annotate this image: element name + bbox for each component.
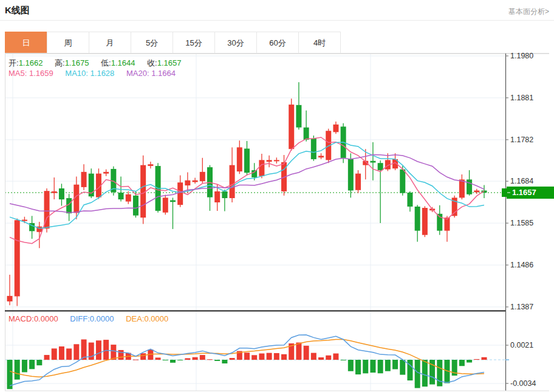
candle[interactable] [289,105,294,149]
candle[interactable] [304,128,309,140]
candle[interactable] [459,179,465,198]
candle[interactable] [185,181,190,185]
candle[interactable] [251,170,257,177]
macd-bar[interactable] [156,357,161,360]
candle[interactable] [170,200,176,202]
macd-bar[interactable] [259,354,264,360]
macd-bar[interactable] [74,344,79,360]
macd-bar[interactable] [44,355,50,360]
candle[interactable] [163,198,168,212]
macd-bar[interactable] [415,360,420,388]
candle[interactable] [467,179,472,194]
candle[interactable] [81,172,87,187]
macd-bar[interactable] [170,360,176,363]
macd-bar[interactable] [193,357,198,360]
candle[interactable] [200,172,205,181]
macd-bar[interactable] [482,357,487,360]
macd-bar[interactable] [111,345,116,360]
macd-bar[interactable] [230,358,235,360]
candle[interactable] [259,160,264,176]
macd-bar[interactable] [207,359,213,360]
candle[interactable] [230,165,235,198]
candle[interactable] [148,164,153,166]
candle[interactable] [52,191,57,193]
candle[interactable] [237,147,242,171]
candle[interactable] [133,196,138,216]
macd-bar[interactable] [133,360,138,360]
candle[interactable] [59,188,64,199]
macd-bar[interactable] [163,360,168,360]
macd-bar[interactable] [400,360,405,375]
candle[interactable] [222,191,227,198]
macd-bar[interactable] [52,348,57,360]
macd-bar[interactable] [407,360,412,380]
macd-bar[interactable] [244,352,250,360]
candle[interactable] [415,207,420,231]
macd-bar[interactable] [467,360,472,362]
macd-bar[interactable] [59,346,64,360]
candle[interactable] [214,191,220,202]
macd-bar[interactable] [326,356,331,360]
macd-bar[interactable] [370,360,375,373]
candle[interactable] [177,182,183,205]
candle[interactable] [318,156,324,157]
macd-bar[interactable] [422,360,428,387]
candle[interactable] [355,174,361,190]
candle[interactable] [126,194,131,202]
macd-bar[interactable] [185,358,190,360]
candle[interactable] [244,149,250,173]
macd-bar[interactable] [200,355,205,360]
macd-bar[interactable] [251,355,257,360]
candle[interactable] [370,161,375,163]
macd-bar[interactable] [437,360,442,387]
candle[interactable] [378,163,383,170]
candle[interactable] [348,159,354,191]
macd-bar[interactable] [140,353,146,360]
macd-bar[interactable] [103,340,109,360]
macd-bar[interactable] [459,360,465,366]
candle[interactable] [422,208,428,235]
macd-bar[interactable] [96,340,101,360]
candle[interactable] [103,172,109,174]
candle[interactable] [474,190,479,192]
macd-bar[interactable] [355,360,361,374]
macd-bar[interactable] [348,360,354,371]
macd-bar[interactable] [341,360,346,360]
macd-histogram[interactable] [7,339,487,389]
candle[interactable] [22,220,27,221]
candle[interactable] [407,193,412,207]
macd-bar[interactable] [214,360,220,361]
candle[interactable] [118,193,124,199]
macd-bar[interactable] [392,360,398,369]
candle[interactable] [7,296,13,301]
candle[interactable] [193,181,198,182]
macd-bar[interactable] [378,360,383,373]
candle[interactable] [66,198,72,213]
macd-bar[interactable] [474,359,479,360]
macd-bar[interactable] [281,354,287,360]
candle[interactable] [333,125,338,132]
macd-bar[interactable] [274,353,279,360]
candle[interactable] [267,160,272,162]
candle[interactable] [274,160,279,161]
macd-bar[interactable] [7,360,13,389]
macd-bar[interactable] [333,354,338,360]
macd-bar[interactable] [66,348,72,360]
macd-bar[interactable] [29,360,35,369]
macd-bar[interactable] [311,353,316,360]
macd-bar[interactable] [363,360,368,373]
macd-bar[interactable] [267,353,272,360]
candle[interactable] [15,220,20,296]
candle[interactable] [296,105,301,128]
macd-bar[interactable] [22,360,27,372]
macd-bar[interactable] [385,360,391,371]
candle[interactable] [311,139,316,159]
macd-bar[interactable] [36,360,42,365]
macd-bar[interactable] [304,346,309,360]
candle[interactable] [400,170,405,193]
macd-bar[interactable] [15,360,20,380]
macd-bar[interactable] [222,360,227,363]
macd-bar[interactable] [318,357,324,360]
macd-bar[interactable] [296,343,301,360]
macd-bar[interactable] [177,360,183,360]
